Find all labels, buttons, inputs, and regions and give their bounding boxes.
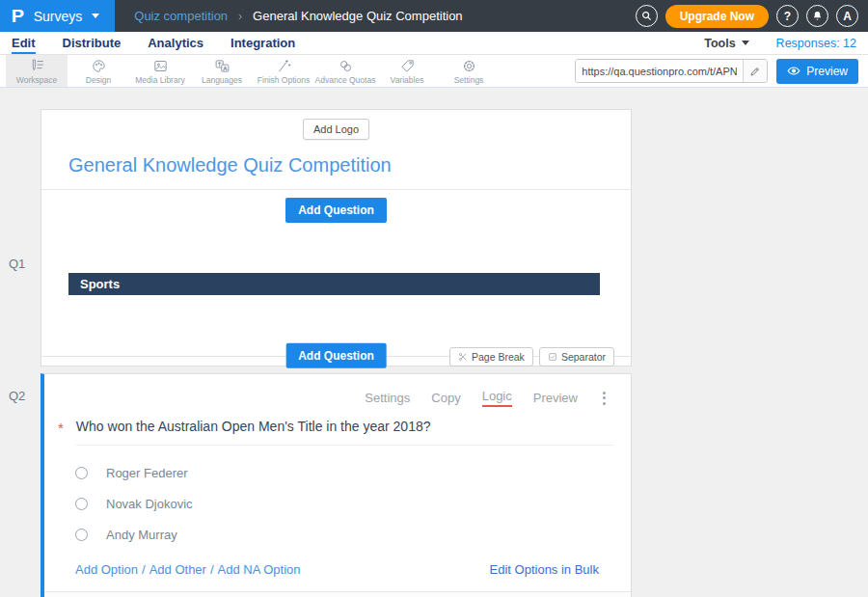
radio-button-icon[interactable] (75, 467, 88, 479)
more-options-icon[interactable] (599, 390, 610, 407)
top-bar: P Surveys Quiz competition › General Kno… (0, 0, 868, 32)
survey-header-card: Add Logo General Knowledge Quiz Competit… (41, 109, 632, 366)
responses-count[interactable]: Responses: 12 (776, 37, 856, 50)
question-preview-link[interactable]: Preview (533, 391, 578, 405)
tab-edit[interactable]: Edit (12, 32, 36, 54)
question-row: * Who won the Australian Open Men's Titl… (44, 411, 631, 446)
nav-right: Tools Responses: 12 (704, 32, 856, 54)
advance-quotas-link-icon (338, 58, 354, 74)
answer-options: Roger Federer Novak Djokovic Andy Murray (44, 446, 631, 542)
breadcrumb-separator: › (238, 10, 242, 23)
breadcrumb-folder[interactable]: Quiz competition (134, 9, 228, 23)
tool-media-library[interactable]: Media Library (129, 55, 191, 87)
breadcrumb-survey-name: General Knowledge Quiz Competition (253, 9, 463, 23)
tool-languages[interactable]: A Languages (191, 55, 253, 87)
tool-finish-options[interactable]: Finish Options (253, 55, 314, 87)
media-library-icon (152, 58, 169, 74)
pencil-icon (749, 66, 761, 77)
preview-button[interactable]: Preview (776, 59, 858, 84)
eye-icon (787, 66, 800, 76)
languages-icon: A (214, 58, 231, 74)
tool-design[interactable]: Design (68, 55, 129, 87)
link-separator: / (206, 562, 218, 577)
radio-button-icon[interactable] (75, 529, 88, 541)
q1-section-heading[interactable]: Sports (68, 273, 600, 295)
tool-settings[interactable]: Settings (438, 55, 500, 87)
link-separator: / (138, 562, 149, 577)
add-question-button-bottom[interactable]: Add Question (285, 343, 387, 368)
question-settings-link[interactable]: Settings (365, 391, 410, 405)
variables-tag-icon (399, 58, 416, 74)
survey-title[interactable]: General Knowledge Quiz Competition (41, 140, 631, 189)
add-logo-button[interactable]: Add Logo (303, 119, 369, 140)
add-other-link[interactable]: Add Other (149, 562, 206, 577)
option-row[interactable]: Andy Murray (75, 528, 608, 542)
page-break-button[interactable]: Page Break (449, 347, 533, 366)
tab-distribute[interactable]: Distribute (63, 32, 122, 54)
required-asterisk: * (58, 419, 64, 446)
questionpro-logo: P (12, 6, 24, 27)
option-actions-row: Add Option/Add Other/Add NA Option Edit … (44, 558, 631, 591)
tools-label: Tools (704, 37, 735, 50)
upgrade-now-button[interactable]: Upgrade Now (665, 5, 769, 28)
question-number-q1: Q1 (9, 257, 25, 271)
toolbar-right: Preview (575, 55, 868, 87)
svg-text:A: A (223, 65, 227, 70)
breadcrumb: Quiz competition › General Knowledge Qui… (134, 9, 462, 23)
card-bottom-toolbar: Add Question Page Break Separator (41, 356, 631, 366)
tab-analytics[interactable]: Analytics (148, 32, 203, 54)
tool-workspace[interactable]: Workspace (6, 55, 68, 87)
add-na-option-link[interactable]: Add NA Option (218, 562, 301, 577)
survey-nav-tabs: Edit Distribute Analytics Integration To… (0, 32, 868, 55)
question-logic-link[interactable]: Logic (482, 389, 512, 407)
survey-url-input[interactable] (576, 60, 743, 82)
search-button[interactable] (636, 5, 658, 27)
separator-button[interactable]: Separator (539, 347, 614, 366)
workspace-icon (29, 58, 45, 74)
search-icon (641, 11, 652, 21)
separator-checkbox-icon (548, 352, 557, 362)
survey-editor-canvas: Q1 Q2 Add Logo General Knowledge Quiz Co… (0, 88, 868, 597)
question-menu: Settings Copy Logic Preview (44, 374, 631, 411)
design-palette-icon (91, 58, 107, 74)
edit-url-button[interactable] (743, 60, 767, 82)
settings-gear-icon (461, 58, 477, 74)
chevron-down-icon (92, 14, 99, 18)
surveys-menu-label: Surveys (34, 9, 83, 24)
question-number-q2: Q2 (9, 389, 25, 403)
topbar-actions: Upgrade Now ? A (636, 5, 868, 28)
question-mark-icon: ? (784, 10, 791, 23)
question-footer: Validation Force Response (44, 591, 631, 597)
bell-icon (812, 11, 823, 21)
tool-advance-quotas[interactable]: Advance Quotas (314, 55, 376, 87)
help-button[interactable]: ? (776, 5, 799, 27)
page-break-scissors-icon (458, 352, 468, 362)
tool-variables[interactable]: Variables (376, 55, 438, 87)
tools-menu[interactable]: Tools (704, 37, 748, 50)
avatar[interactable]: A (836, 5, 858, 27)
question-text-field[interactable]: Who won the Australian Open Men's Title … (76, 419, 613, 446)
add-option-link[interactable]: Add Option (75, 562, 138, 577)
question-copy-link[interactable]: Copy (431, 391, 460, 405)
question-card-q2: Settings Copy Logic Preview * Who won th… (41, 373, 632, 597)
notifications-button[interactable] (806, 5, 828, 27)
surveys-product-menu[interactable]: P Surveys (0, 0, 115, 32)
edit-options-in-bulk-link[interactable]: Edit Options in Bulk (490, 562, 599, 577)
option-row[interactable]: Novak Djokovic (75, 497, 608, 511)
chevron-down-icon (742, 41, 749, 45)
survey-url-box (575, 59, 768, 83)
tab-integration[interactable]: Integration (231, 32, 295, 54)
add-question-button-top[interactable]: Add Question (285, 198, 387, 223)
editor-toolbar: Workspace Design Media Library A Languag… (0, 55, 868, 88)
avatar-letter: A (843, 10, 852, 23)
finish-options-wand-icon (276, 58, 292, 74)
option-row[interactable]: Roger Federer (75, 466, 608, 480)
radio-button-icon[interactable] (75, 498, 88, 510)
